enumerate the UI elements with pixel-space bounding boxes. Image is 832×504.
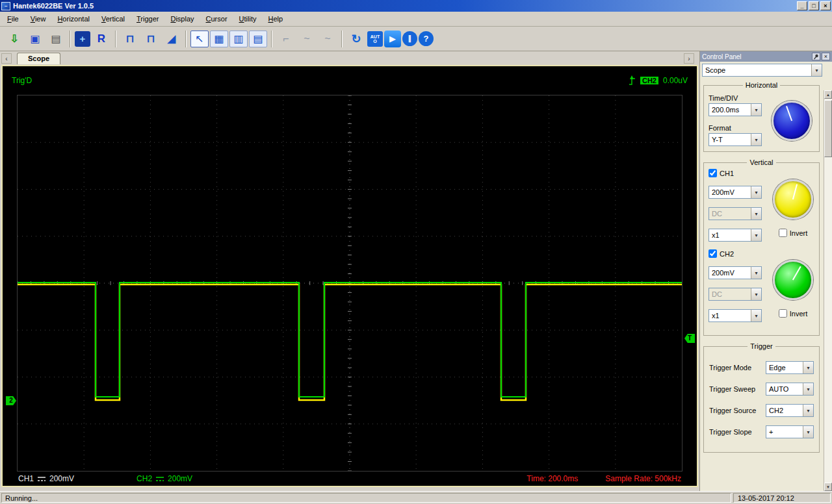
sample-rate-readout: Sample Rate: 500kHz xyxy=(605,474,681,483)
menu-cursor[interactable]: Cursor xyxy=(200,13,233,25)
minimize-button[interactable]: _ xyxy=(797,1,807,10)
trigger-sweep-row: Trigger Sweep AUTO ▾ xyxy=(709,383,814,396)
pin-button[interactable] xyxy=(812,53,820,60)
ch1-checkbox-input[interactable] xyxy=(708,169,717,177)
ch2-checkbox-input[interactable] xyxy=(708,249,717,258)
trigger-source-select[interactable]: CH2 ▾ xyxy=(766,404,814,417)
auto-button[interactable]: AUTO xyxy=(367,31,383,47)
ch1-enable-checkbox[interactable]: CH1 xyxy=(708,169,768,177)
format-label: Format xyxy=(708,124,768,132)
help-button[interactable]: ? xyxy=(419,31,434,46)
chevron-down-icon: ▾ xyxy=(751,186,761,198)
format-select[interactable]: Y-T ▾ xyxy=(708,133,762,146)
ch2-volts-select[interactable]: 200mV ▾ xyxy=(708,266,762,279)
bars-icon: ▥ xyxy=(233,32,243,45)
ch1-position-knob[interactable] xyxy=(773,179,813,220)
close-button[interactable]: × xyxy=(820,1,831,10)
ch2-invert-checkbox[interactable]: Invert xyxy=(779,309,808,318)
waveform-graticule xyxy=(18,95,682,471)
chevron-right-icon: › xyxy=(688,55,690,62)
scroll-down-button[interactable]: ▼ xyxy=(824,483,832,491)
dash-tool-button[interactable]: ▤ xyxy=(249,31,267,47)
ramp-icon: ◢ xyxy=(168,32,176,45)
record-icon: R xyxy=(98,32,105,45)
bars-tool-button[interactable]: ▥ xyxy=(229,31,248,47)
toolbar-separator xyxy=(115,31,116,47)
trigger-level-marker[interactable]: T xyxy=(684,334,695,343)
fit-button[interactable]: + xyxy=(75,31,90,47)
control-panel-scrollbar[interactable]: ▲ ▼ xyxy=(824,90,832,491)
panel-mode-select[interactable]: Scope ▾ xyxy=(702,64,822,77)
maximize-button[interactable]: □ xyxy=(809,1,819,10)
ch1-invert-checkbox[interactable]: Invert xyxy=(779,229,808,237)
ch1-label: CH1 xyxy=(18,474,34,483)
pulse-narrow-button[interactable]: ⊓ xyxy=(120,30,140,48)
menu-view[interactable]: View xyxy=(25,13,52,25)
chevron-down-icon: ▾ xyxy=(803,362,813,373)
menu-vertical[interactable]: Vertical xyxy=(96,13,131,25)
menu-file[interactable]: File xyxy=(1,13,25,25)
grid-tool-button[interactable]: ▦ xyxy=(210,31,228,47)
sine-wave-2-button[interactable]: ~ xyxy=(318,30,337,48)
menu-trigger[interactable]: Trigger xyxy=(131,13,164,25)
menu-utility[interactable]: Utility xyxy=(233,13,263,25)
scrollbar-thumb[interactable] xyxy=(824,100,832,157)
ch2-readout[interactable]: CH2 200mV xyxy=(136,474,192,483)
scope-display[interactable] xyxy=(17,95,682,472)
ch2-invert-input[interactable] xyxy=(779,309,787,318)
scope-status-bar: Trig'D CH2 0.00uV xyxy=(3,66,697,95)
horizontal-position-knob[interactable] xyxy=(772,101,812,141)
ch1-volts-select[interactable]: 200mV ▾ xyxy=(708,186,762,199)
ch2-enable-checkbox[interactable]: CH2 xyxy=(708,249,768,258)
chevron-down-icon: ▾ xyxy=(751,288,761,300)
close-icon: × xyxy=(824,53,827,60)
status-datetime: 13-05-2017 20:12 xyxy=(733,493,831,503)
chevron-down-icon: ▾ xyxy=(751,267,761,279)
save-icon: ▣ xyxy=(30,32,40,45)
ch2-position-knob[interactable] xyxy=(773,260,813,300)
ch1-readout[interactable]: CH1 200mV xyxy=(18,474,74,483)
title-bar: ~ Hantek6022BE Ver 1.0.5 _ □ × xyxy=(0,0,832,12)
print-button[interactable]: ▤ xyxy=(46,30,66,48)
trigger-mode-select[interactable]: Edge ▾ xyxy=(766,361,814,374)
timediv-select[interactable]: 200.0ms ▾ xyxy=(708,103,762,116)
horizontal-group-title: Horizontal xyxy=(743,81,781,89)
sine-wave-button[interactable]: ~ xyxy=(297,30,317,48)
panel-close-button[interactable]: × xyxy=(822,53,830,60)
menu-help[interactable]: Help xyxy=(262,13,289,25)
pin-icon xyxy=(813,54,819,60)
scrollbar-track[interactable] xyxy=(824,99,832,483)
ch1-probe-select[interactable]: x1 ▾ xyxy=(708,229,762,242)
tab-scroll-left-button[interactable]: ‹ xyxy=(1,53,12,64)
time-base-readout: Time: 200.0ms xyxy=(526,474,578,483)
trigger-slope-select[interactable]: + ▾ xyxy=(766,425,814,438)
scroll-up-button[interactable]: ▲ xyxy=(824,90,832,99)
tab-scroll-right-button[interactable]: › xyxy=(684,53,694,64)
help-icon: ? xyxy=(424,34,429,44)
menu-bar: File View Horizontal Vertical Trigger Di… xyxy=(0,12,832,27)
open-button[interactable]: ⇩ xyxy=(5,30,24,48)
save-button[interactable]: ▣ xyxy=(25,30,45,48)
refresh-button[interactable]: ↻ xyxy=(346,30,366,48)
trigger-status: Trig'D xyxy=(12,76,32,85)
pulse-wide-button[interactable]: ⊓ xyxy=(141,30,161,48)
step-wave-button[interactable]: ⌐ xyxy=(276,30,296,48)
ramp-button[interactable]: ◢ xyxy=(162,30,181,48)
record-button[interactable]: R xyxy=(92,30,111,48)
cursor-tool-button[interactable]: ↖ xyxy=(190,31,209,47)
cursor-icon: ↖ xyxy=(195,32,203,45)
tab-scope[interactable]: Scope xyxy=(17,53,60,64)
ch2-probe-select[interactable]: x1 ▾ xyxy=(708,309,762,322)
main-area: ‹ Scope › Trig'D CH2 0.00uV xyxy=(0,51,832,491)
trigger-sweep-select[interactable]: AUTO ▾ xyxy=(766,383,814,396)
trigger-group-title: Trigger xyxy=(748,342,775,350)
menu-display[interactable]: Display xyxy=(164,13,200,25)
menu-horizontal[interactable]: Horizontal xyxy=(51,13,96,25)
play-button[interactable]: ▶ xyxy=(384,31,401,47)
pulse-icon: ⊓ xyxy=(147,32,155,45)
grid-icon: ▦ xyxy=(214,32,224,45)
ch1-invert-input[interactable] xyxy=(779,229,787,237)
chevron-down-icon: ▾ xyxy=(751,208,761,220)
pause-button[interactable]: ∥ xyxy=(402,31,417,46)
ch2-ground-marker[interactable]: 2 xyxy=(6,396,16,405)
